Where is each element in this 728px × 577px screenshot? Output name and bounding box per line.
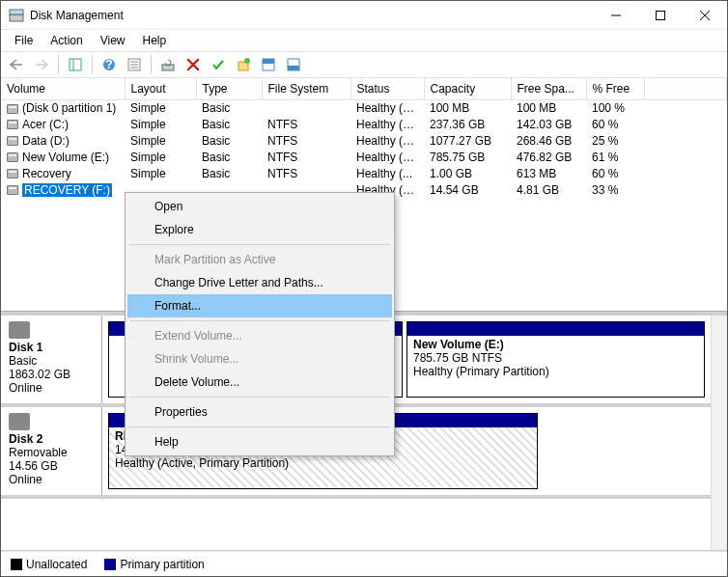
cell-type: Basic xyxy=(196,149,262,165)
window-title: Disk Management xyxy=(30,9,594,22)
volume-name: New Volume (E:) xyxy=(22,151,109,164)
cell-pct: 100 % xyxy=(586,99,644,116)
check-icon[interactable] xyxy=(207,53,230,76)
cell-pct: 25 % xyxy=(586,132,644,149)
volume-name: Acer (C:) xyxy=(22,118,69,131)
volume-icon xyxy=(7,120,18,129)
disk-2-label[interactable]: Disk 2 Removable 14.56 GB Online xyxy=(1,407,102,495)
ctx-format[interactable]: Format... xyxy=(127,294,392,317)
minimize-button[interactable] xyxy=(594,1,638,29)
part-f-status: Healthy (Active, Primary Partition) xyxy=(115,456,289,470)
window-controls xyxy=(594,1,727,29)
volume-name: (Disk 0 partition 1) xyxy=(22,101,116,115)
menu-help[interactable]: Help xyxy=(135,32,175,49)
disk-2-type: Removable xyxy=(9,446,68,459)
refresh-icon[interactable] xyxy=(156,53,180,76)
ctx-properties[interactable]: Properties xyxy=(127,400,392,424)
menu-view[interactable]: View xyxy=(93,32,133,49)
layout-bottom-icon[interactable] xyxy=(282,53,305,76)
disk-2-name: Disk 2 xyxy=(9,432,42,446)
disk-icon xyxy=(9,413,30,430)
cell-type: Basic xyxy=(196,99,262,116)
close-button[interactable] xyxy=(683,1,727,29)
cell-type: Basic xyxy=(196,132,262,149)
partition-e[interactable]: New Volume (E:) 785.75 GB NTFS Healthy (… xyxy=(406,321,705,398)
menu-file[interactable]: File xyxy=(7,32,41,49)
cell-fs: NTFS xyxy=(262,132,350,149)
ctx-help[interactable]: Help xyxy=(127,430,392,453)
volume-icon xyxy=(7,136,18,146)
col-volume[interactable]: Volume xyxy=(1,78,125,99)
cell-fs: NTFS xyxy=(262,149,350,165)
col-layout[interactable]: Layout xyxy=(125,78,196,99)
part-e-name: New Volume (E:) xyxy=(413,338,504,351)
cell-layout: Simple xyxy=(125,132,196,149)
col-pct[interactable]: % Free xyxy=(586,78,644,99)
table-row[interactable]: RecoverySimpleBasicNTFSHealthy (...1.00 … xyxy=(1,165,727,181)
cell-free: 100 MB xyxy=(511,99,586,116)
disk-management-window: Disk Management File Action View Help ? xyxy=(0,0,728,577)
col-capacity[interactable]: Capacity xyxy=(424,78,511,99)
ctx-delete[interactable]: Delete Volume... xyxy=(127,371,392,394)
cell-layout: Simple xyxy=(125,149,196,165)
cell-capacity: 14.54 GB xyxy=(424,181,511,198)
ctx-shrink: Shrink Volume... xyxy=(127,347,392,371)
svg-rect-3 xyxy=(657,11,665,19)
back-button[interactable] xyxy=(5,53,28,76)
cell-status: Healthy (P... xyxy=(350,132,424,149)
cell-free: 476.82 GB xyxy=(511,149,586,165)
help-icon[interactable]: ? xyxy=(98,53,121,76)
maximize-button[interactable] xyxy=(638,1,683,29)
app-icon xyxy=(9,8,24,23)
cell-free: 613 MB xyxy=(511,165,586,181)
cell-type: Basic xyxy=(196,165,262,181)
cell-fs: NTFS xyxy=(262,116,350,132)
cell-capacity: 1077.27 GB xyxy=(424,132,511,149)
svg-rect-1 xyxy=(10,10,23,14)
svg-point-18 xyxy=(244,58,250,64)
delete-icon[interactable] xyxy=(182,53,205,76)
table-row[interactable]: (Disk 0 partition 1)SimpleBasicHealthy (… xyxy=(1,99,727,116)
volume-name: Recovery xyxy=(22,167,71,180)
cell-free: 142.03 GB xyxy=(511,116,586,132)
legend-primary: Primary partition xyxy=(104,558,204,571)
col-fs[interactable]: File System xyxy=(262,78,350,99)
properties-icon[interactable] xyxy=(123,53,146,76)
legend: Unallocated Primary partition xyxy=(1,551,727,576)
table-row[interactable]: Acer (C:)SimpleBasicNTFSHealthy (B...237… xyxy=(1,116,727,132)
scrollbar[interactable] xyxy=(711,316,727,550)
svg-rect-20 xyxy=(263,59,274,64)
volume-icon xyxy=(7,169,18,179)
ctx-open[interactable]: Open xyxy=(127,195,392,218)
menu-action[interactable]: Action xyxy=(42,32,90,49)
ctx-explore[interactable]: Explore xyxy=(127,218,392,241)
svg-rect-0 xyxy=(10,14,23,21)
show-hide-tree-icon[interactable] xyxy=(64,53,87,76)
svg-text:?: ? xyxy=(105,58,112,71)
table-row[interactable]: New Volume (E:)SimpleBasicNTFSHealthy (P… xyxy=(1,149,727,165)
volume-name: RECOVERY (F:) xyxy=(22,183,112,197)
col-free[interactable]: Free Spa... xyxy=(511,78,586,99)
disk-1-label[interactable]: Disk 1 Basic 1863.02 GB Online xyxy=(1,316,102,403)
cell-fs xyxy=(262,99,350,116)
col-status[interactable]: Status xyxy=(350,78,424,99)
volume-icon xyxy=(7,104,18,114)
cell-capacity: 785.75 GB xyxy=(424,149,511,165)
cell-pct: 33 % xyxy=(586,181,644,198)
menubar: File Action View Help xyxy=(1,30,727,51)
new-volume-icon[interactable] xyxy=(232,53,255,76)
column-headers[interactable]: Volume Layout Type File System Status Ca… xyxy=(1,78,727,99)
cell-layout: Simple xyxy=(125,165,196,181)
disk-2-status: Online xyxy=(9,473,42,486)
col-type[interactable]: Type xyxy=(196,78,262,99)
forward-button[interactable] xyxy=(30,53,53,76)
cell-capacity: 237.36 GB xyxy=(424,116,511,132)
cell-free: 268.46 GB xyxy=(511,132,586,149)
ctx-change-letter[interactable]: Change Drive Letter and Paths... xyxy=(127,271,392,294)
disk-icon xyxy=(9,321,30,339)
table-row[interactable]: Data (D:)SimpleBasicNTFSHealthy (P...107… xyxy=(1,132,727,149)
layout-top-icon[interactable] xyxy=(257,53,280,76)
cell-fs: NTFS xyxy=(262,165,350,181)
disk-1-size: 1863.02 GB xyxy=(9,368,70,381)
context-menu: Open Explore Mark Partition as Active Ch… xyxy=(125,192,395,456)
